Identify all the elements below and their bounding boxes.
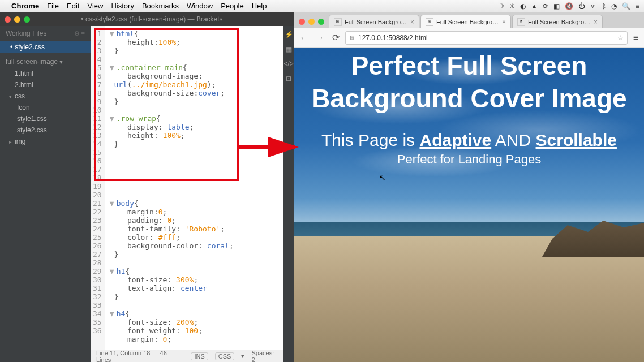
code-icon[interactable]: </>	[284, 60, 293, 68]
lint-icon[interactable]: ▾	[241, 352, 244, 360]
menu-bookmarks[interactable]: Bookmarks	[142, 2, 179, 10]
working-file[interactable]: •style2.css	[0, 41, 91, 53]
app-name[interactable]: Chrome	[11, 2, 39, 10]
extension-icon[interactable]: ▦	[286, 45, 292, 53]
menu-history[interactable]: History	[111, 2, 134, 10]
tab-strip: 🗎Full Screen Background× 🗎Full Screen Ba…	[294, 12, 644, 28]
tree-item[interactable]: 2.html	[0, 79, 91, 90]
favicon-icon: 🗎	[334, 18, 342, 26]
status-icon[interactable]: ◔	[611, 2, 617, 10]
status-icon[interactable]: ☽	[498, 2, 504, 10]
scrollable-link[interactable]: Scrollable	[536, 131, 617, 149]
chevron-right-icon: ▸	[9, 139, 15, 145]
forward-button[interactable]: →	[314, 33, 326, 43]
url-text: 127.0.0.1:50888/2.html	[358, 34, 428, 42]
working-files-header: Working Files ⚙ ≡	[0, 26, 91, 41]
editor-statusbar: Line 11, Column 18 — 46 Lines INS CSS ▾ …	[91, 350, 283, 362]
cursor-icon: ↖	[379, 173, 386, 182]
status-icon[interactable]: ✳	[509, 2, 515, 10]
status-icon[interactable]: ᯤ	[590, 2, 597, 10]
status-icon[interactable]: ⏻	[578, 2, 585, 10]
favicon-icon: 🗎	[517, 18, 525, 26]
window-minimize-icon[interactable]	[308, 19, 315, 25]
status-icon[interactable]: 🔇	[565, 2, 573, 10]
status-icon[interactable]: ◐	[520, 2, 526, 10]
window-zoom-icon[interactable]	[318, 19, 324, 25]
window-close-icon[interactable]	[299, 19, 305, 25]
tree-item[interactable]: style1.css	[0, 113, 91, 124]
cursor-position: Line 11, Column 18 — 46 Lines	[96, 350, 177, 363]
code-content[interactable]: ▼html{ height:100%; } ▼.container-main{ …	[105, 26, 238, 350]
status-icon[interactable]: ⟳	[543, 2, 548, 10]
browser-tab[interactable]: 🗎Full Screen Background×	[329, 15, 419, 28]
close-icon[interactable]: ×	[594, 18, 598, 26]
chevron-down-icon: ▾	[9, 94, 15, 100]
browser-tab[interactable]: 🗎Full Screen Background×	[420, 15, 511, 28]
status-icon[interactable]: ◧	[553, 2, 560, 10]
browser-toolbar: ← → ⟳ 🗎 127.0.0.1:50888/2.html ☆ ≡	[294, 28, 644, 48]
page-tagline: Perfect for Landing Pages	[294, 152, 644, 167]
browser-tab[interactable]: 🗎Full Screen Background×	[512, 15, 603, 28]
page-icon: 🗎	[349, 35, 355, 41]
reload-button[interactable]: ⟳	[329, 32, 342, 43]
insert-mode[interactable]: INS	[191, 352, 208, 360]
language-mode[interactable]: CSS	[215, 352, 235, 360]
menu-people[interactable]: People	[221, 2, 243, 10]
chrome-window: 🗎Full Screen Background× 🗎Full Screen Ba…	[294, 12, 644, 362]
tree-folder[interactable]: ▸img	[0, 136, 91, 147]
menu-edit[interactable]: Edit	[67, 2, 79, 10]
menu-window[interactable]: Window	[187, 2, 213, 10]
tree-folder[interactable]: ▾css	[0, 90, 91, 102]
page-viewport[interactable]: Perfect Full ScreenBackground Cover Imag…	[294, 48, 644, 362]
status-icon[interactable]: ▲	[531, 2, 538, 10]
back-button[interactable]: ←	[298, 33, 310, 43]
address-bar[interactable]: 🗎 127.0.0.1:50888/2.html ☆	[345, 31, 628, 45]
live-preview-icon[interactable]: ⚡	[285, 31, 293, 38]
tree-item[interactable]: Icon	[0, 102, 91, 113]
brackets-right-toolbar: ⚡ ▦ </> ⊡	[283, 26, 294, 362]
tree-item[interactable]: 1.html	[0, 68, 91, 79]
spaces-setting[interactable]: Spaces: 2	[251, 350, 277, 363]
menu-view[interactable]: View	[87, 2, 103, 10]
menu-icon[interactable]: ≡	[633, 33, 638, 43]
page-subheading: This Page is Adaptive AND Scrollable	[294, 131, 644, 150]
status-icon[interactable]: ᛒ	[602, 2, 606, 10]
bookmark-star-icon[interactable]: ☆	[617, 34, 624, 42]
brackets-window: • css/style2.css (full-screen-image) — B…	[0, 12, 294, 362]
line-gutter: 1234567891011121314151617181920212223242…	[91, 26, 105, 350]
status-icon[interactable]: 🔍	[622, 2, 630, 10]
window-title: • css/style2.css (full-screen-image) — B…	[14, 15, 290, 23]
close-icon[interactable]: ×	[502, 18, 506, 26]
tree-item[interactable]: style2.css	[0, 124, 91, 136]
adaptive-link[interactable]: Adaptive	[419, 131, 491, 149]
gear-icon[interactable]: ⚙ ≡	[74, 30, 85, 37]
favicon-icon: 🗎	[426, 18, 433, 26]
macos-menubar: Chrome File Edit View History Bookmarks …	[0, 0, 644, 12]
project-name[interactable]: full-screen-image ▾	[0, 53, 91, 68]
page-content: Perfect Full ScreenBackground Cover Imag…	[294, 48, 644, 167]
code-editor[interactable]: 1234567891011121314151617181920212223242…	[91, 26, 283, 362]
window-close-icon[interactable]	[5, 16, 11, 23]
brackets-sidebar: Working Files ⚙ ≡ •style2.css full-scree…	[0, 26, 91, 362]
menu-file[interactable]: File	[47, 2, 59, 10]
close-icon[interactable]: ×	[410, 18, 414, 26]
page-heading: Perfect Full ScreenBackground Cover Imag…	[294, 50, 644, 115]
menu-help[interactable]: Help	[252, 2, 267, 10]
layout-icon[interactable]: ⊡	[286, 75, 291, 83]
brackets-titlebar: • css/style2.css (full-screen-image) — B…	[0, 12, 294, 26]
status-icon[interactable]: ≡	[636, 2, 639, 10]
